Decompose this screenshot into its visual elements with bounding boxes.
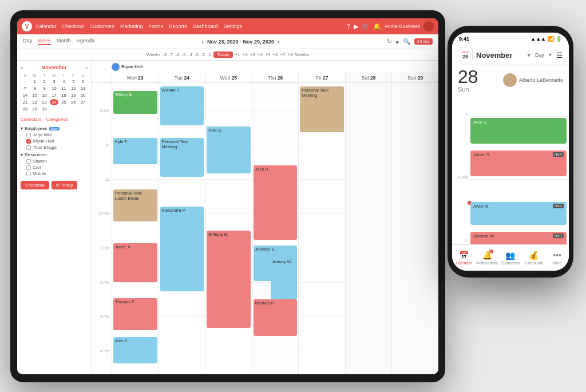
jorja-checkbox[interactable] <box>26 133 31 137</box>
event-tiffany-m[interactable]: Tiffany M. <box>113 91 157 114</box>
hours-badge[interactable]: 24 hrs <box>414 38 433 45</box>
tab-agenda[interactable]: Agenda <box>77 38 94 45</box>
mini-prev-arrow[interactable]: ‹ <box>21 64 23 71</box>
mini-day-14[interactable]: 14 <box>21 92 30 98</box>
phone-event-alec-s[interactable]: Alec S. <box>470 118 567 144</box>
mini-day-26[interactable]: 26 <box>69 99 78 105</box>
employee-titus[interactable]: Titus Briggs <box>21 145 88 150</box>
resources-expand-icon[interactable]: ▾ <box>21 152 23 157</box>
phone-tab-checkout[interactable]: 💰 Checkout <box>522 251 545 265</box>
mini-day-5[interactable]: 5 <box>69 78 78 85</box>
week-nav-minus1[interactable]: -1 <box>207 52 211 57</box>
tab-day[interactable]: Day <box>23 38 32 45</box>
phone-tab-calendar[interactable]: 📅 Calendar <box>452 251 476 265</box>
notification-icon[interactable]: 🔔 <box>373 23 381 30</box>
event-alex-k[interactable]: Alex K. <box>113 337 157 363</box>
event-nick-g[interactable]: Nick G. <box>207 126 251 173</box>
app-logo[interactable]: V <box>22 21 32 31</box>
nav-forms[interactable]: Forms <box>149 23 164 29</box>
week-nav-minus[interactable]: -8 <box>163 52 167 57</box>
tab-month[interactable]: Month <box>57 38 71 45</box>
day-col-sun[interactable] <box>391 83 438 374</box>
mini-day-15[interactable]: 15 <box>30 92 39 98</box>
phone-tab-customers[interactable]: 👥 Customers <box>499 251 522 265</box>
resource-cart[interactable]: Cart <box>21 165 88 170</box>
phone-tab-notifications[interactable]: 🔔 2 Notifications <box>476 251 499 265</box>
mini-day-24-today[interactable]: 24 <box>50 99 59 105</box>
titus-checkbox[interactable] <box>26 145 31 150</box>
mini-day-13[interactable]: 13 <box>78 85 88 92</box>
employee-jorja[interactable]: Jorja Win <box>21 132 88 137</box>
mini-day-23[interactable]: 23 <box>40 99 49 105</box>
mini-day-21[interactable]: 21 <box>21 99 30 105</box>
mini-day-9[interactable]: 9 <box>40 85 49 92</box>
today-button[interactable]: Today <box>213 52 232 58</box>
mini-day-7[interactable]: 7 <box>21 85 30 92</box>
week-nav-minus2[interactable]: -2 <box>201 52 205 57</box>
mini-day-17[interactable]: 17 <box>50 92 59 98</box>
event-michael-r[interactable]: Michael R. <box>254 299 298 336</box>
event-personal-task-fri[interactable]: Personal TaskMeeting <box>300 86 344 132</box>
mini-day-18[interactable]: 18 <box>59 92 68 98</box>
nav-customers[interactable]: Customers <box>90 23 115 29</box>
week-nav-plus7[interactable]: +7 <box>280 52 285 57</box>
phone-tab-more[interactable]: ••• More <box>545 251 569 265</box>
week-nav-minus3[interactable]: -3 <box>195 52 199 57</box>
mobile-checkbox[interactable] <box>26 172 31 176</box>
mini-day-22[interactable]: 22 <box>30 99 39 105</box>
nav-calendar[interactable]: Calendar <box>35 23 57 29</box>
mini-day-11[interactable]: 11 <box>59 85 68 92</box>
color-icon[interactable]: ● <box>395 38 399 45</box>
day-col-wed[interactable]: Nick G. Brittany B. <box>205 83 252 374</box>
mini-day-6[interactable]: 6 <box>78 78 88 85</box>
mini-day-4[interactable]: 4 <box>59 78 68 85</box>
prev-range-arrow[interactable]: ‹ <box>201 38 204 45</box>
event-william-t[interactable]: William T. <box>160 86 204 125</box>
next-range-arrow[interactable]: › <box>278 38 280 45</box>
mini-day-3[interactable]: 3 <box>50 78 59 85</box>
resource-station[interactable]: Station <box>21 159 88 164</box>
day-header-sat[interactable]: Sat 28 <box>345 73 392 82</box>
week-nav-plus4[interactable]: +4 <box>258 52 263 57</box>
phone-dropdown-arrow[interactable]: ▼ <box>526 52 532 58</box>
mini-day-12[interactable]: 12 <box>69 85 78 92</box>
week-nav-plus1[interactable]: +1 <box>235 52 240 57</box>
day-col-sat[interactable] <box>345 83 392 374</box>
week-nav-minus7[interactable]: -7 <box>169 52 173 57</box>
mini-day-19[interactable]: 19 <box>69 92 78 98</box>
cart-icon[interactable]: 🛒 <box>362 23 370 30</box>
employee-bryan[interactable]: ✓ Bryan Holt <box>21 138 88 144</box>
phone-event-jerome-w[interactable]: Jerome W. NNR <box>470 232 567 244</box>
week-plus-label[interactable]: Weeks <box>295 52 309 57</box>
nav-checkout[interactable]: Checkout <box>62 23 84 29</box>
phone-event-janet-g[interactable]: Janet G. NNR <box>470 151 567 176</box>
mini-day-27[interactable]: 27 <box>78 99 88 105</box>
day-col-tue[interactable]: William T. Personal TaskMeeting Alexandr… <box>159 83 205 374</box>
event-aubrey-w[interactable]: Aubrey W. <box>271 258 297 299</box>
mini-day-2[interactable]: 2 <box>40 78 49 85</box>
event-personal-task-lunch[interactable]: Personal TaskLunch Break <box>113 189 157 221</box>
day-header-thu[interactable]: Thu 26 <box>252 73 299 82</box>
week-minus-8[interactable]: Weeks <box>146 52 160 57</box>
day-col-thu[interactable]: Jack H. Jennifer S. Aubrey W. Michael R. <box>252 83 299 374</box>
mini-next-arrow[interactable]: › <box>85 64 88 71</box>
nav-marketing[interactable]: Marketing <box>120 23 143 29</box>
event-personal-task-meeting[interactable]: Personal TaskMeeting <box>160 138 204 177</box>
phone-event-alvin-m[interactable]: Alvin M. NNR <box>470 202 567 225</box>
nav-dashboard[interactable]: Dashboard <box>193 23 218 29</box>
mini-day-29[interactable]: 29 <box>30 106 39 112</box>
refresh-icon[interactable]: ↻ <box>387 38 392 45</box>
day-header-mon[interactable]: Mon 23 <box>112 73 159 82</box>
mini-day-10[interactable]: 10 <box>50 85 59 92</box>
phone-day-view-btn[interactable]: Day <box>535 52 544 58</box>
nav-settings[interactable]: Settings <box>224 23 243 29</box>
week-nav-minus5[interactable]: -5 <box>182 52 186 57</box>
resource-mobile[interactable]: Mobile <box>21 171 88 176</box>
week-nav-plus3[interactable]: +3 <box>250 52 255 57</box>
week-nav-minus6[interactable]: -6 <box>176 52 180 57</box>
event-alexandra-p[interactable]: Alexandra P. <box>160 207 204 291</box>
mini-day-28[interactable]: 28 <box>21 106 30 112</box>
help-icon[interactable]: ? <box>347 23 350 30</box>
week-nav-plus2[interactable]: +2 <box>243 52 248 57</box>
phone-menu-icon[interactable]: ☰ <box>556 51 563 60</box>
